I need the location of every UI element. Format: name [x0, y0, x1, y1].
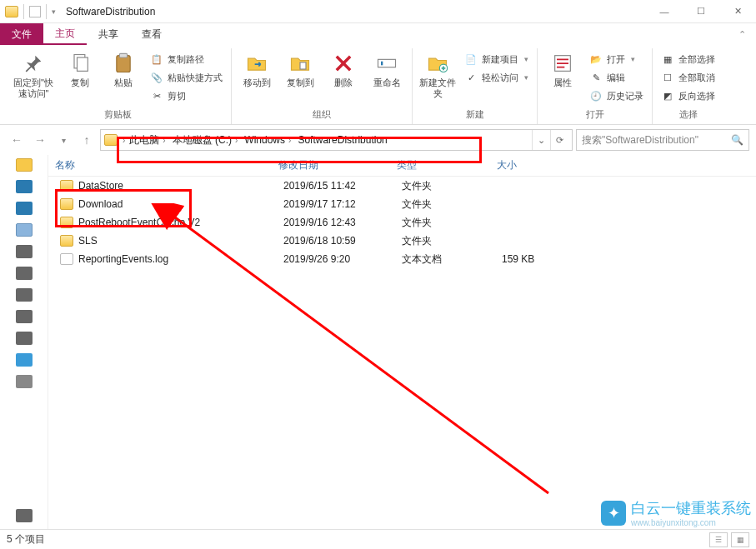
delete-icon	[332, 52, 355, 75]
column-type[interactable]: 类型	[390, 158, 490, 172]
svg-rect-1	[78, 57, 88, 71]
breadcrumb-segment[interactable]: 此电脑›	[127, 133, 168, 147]
recent-locations-button[interactable]: ▾	[53, 130, 73, 150]
window-title: SoftwareDistribution	[66, 6, 155, 17]
new-item-button[interactable]: 📄新建项目▾	[461, 50, 532, 68]
back-button[interactable]: ←	[7, 130, 27, 150]
edit-button[interactable]: ✎编辑	[586, 68, 647, 87]
nav-drive-icon[interactable]	[16, 509, 33, 522]
forward-button[interactable]: →	[30, 130, 50, 150]
cut-button[interactable]: ✂剪切	[147, 87, 226, 105]
properties-button[interactable]: 属性	[543, 48, 583, 92]
copy-path-button[interactable]: 📋复制路径	[147, 50, 226, 68]
pin-icon	[22, 52, 45, 75]
ribbon-tabs: 文件 主页 共享 查看 ⌃	[0, 23, 756, 45]
nav-this-pc-icon[interactable]	[16, 223, 33, 237]
up-button[interactable]: ↑	[77, 130, 97, 150]
quick-access-toolbar: ▾	[0, 4, 61, 19]
cut-icon: ✂	[150, 89, 163, 102]
select-none-button[interactable]: ☐全部取消	[658, 68, 718, 87]
invert-selection-button[interactable]: ◩反向选择	[658, 87, 718, 105]
open-button[interactable]: 📂打开▾	[586, 50, 647, 68]
file-row[interactable]: SLS2019/6/18 10:59文件夹	[48, 232, 756, 250]
copy-to-button[interactable]: 复制到	[280, 48, 320, 92]
file-name: PostRebootEventCache.V2	[78, 217, 277, 228]
rename-button[interactable]: 重命名	[367, 48, 407, 92]
easy-access-button[interactable]: ✓轻松访问▾	[461, 68, 532, 87]
nav-drive-icon[interactable]	[16, 332, 33, 345]
close-button[interactable]: ✕	[719, 0, 756, 23]
delete-button[interactable]: 删除	[323, 48, 363, 92]
tab-file[interactable]: 文件	[0, 23, 43, 45]
navigation-bar: ← → ▾ ↑ › 此电脑› 本地磁盘 (C:)› Windows› Softw…	[0, 125, 756, 155]
nav-drive-icon[interactable]	[16, 310, 33, 323]
view-details-button[interactable]: ☰	[709, 532, 728, 547]
group-label: 组织	[237, 107, 407, 124]
file-type: 文件夹	[395, 216, 495, 230]
folder-icon	[60, 235, 73, 247]
select-all-button[interactable]: ▦全部选择	[658, 50, 718, 68]
window-controls: — ☐ ✕	[646, 0, 756, 23]
group-label: 选择	[658, 107, 718, 124]
app-icon[interactable]	[5, 6, 18, 17]
file-row[interactable]: DataStore2019/6/15 11:42文件夹	[48, 177, 756, 195]
nav-onedrive-icon[interactable]	[16, 180, 33, 193]
ribbon-group-new: 新建文件夹 📄新建项目▾ ✓轻松访问▾ 新建	[413, 48, 538, 124]
nav-cloud-icon[interactable]	[16, 202, 33, 215]
paste-shortcut-button[interactable]: 📎粘贴快捷方式	[147, 68, 226, 87]
breadcrumb-segment[interactable]: Windows›	[242, 134, 293, 146]
file-list-area: 名称 修改日期 类型 大小 DataStore2019/6/15 11:42文件…	[48, 155, 756, 529]
history-icon: 🕘	[589, 89, 603, 102]
qat-button[interactable]	[29, 6, 41, 17]
nav-network-icon[interactable]	[16, 353, 33, 367]
breadcrumb-segment[interactable]: SoftwareDistribution	[295, 134, 389, 146]
nav-quick-access-icon[interactable]	[16, 158, 33, 172]
svg-rect-3	[119, 53, 127, 57]
file-row[interactable]: PostRebootEventCache.V22019/9/16 12:43文件…	[48, 213, 756, 232]
breadcrumb-segment[interactable]: 本地磁盘 (C:)›	[170, 133, 241, 147]
file-date: 2019/6/15 11:42	[277, 180, 395, 192]
column-date[interactable]: 修改日期	[272, 158, 390, 172]
column-name[interactable]: 名称	[48, 158, 272, 172]
ribbon-collapse-icon[interactable]: ⌃	[728, 23, 756, 45]
nav-item-icon[interactable]	[16, 375, 33, 388]
file-row[interactable]: ReportingEvents.log2019/9/26 9:20文本文档159…	[48, 250, 756, 268]
tab-share[interactable]: 共享	[87, 23, 130, 45]
search-input[interactable]: 搜索"SoftwareDistribution" 🔍	[576, 129, 749, 151]
minimize-button[interactable]: —	[646, 0, 683, 23]
folder-icon	[60, 180, 73, 192]
rename-icon	[375, 52, 398, 75]
file-type: 文件夹	[395, 179, 495, 193]
new-folder-button[interactable]: 新建文件夹	[418, 48, 458, 102]
select-all-icon: ▦	[661, 52, 674, 66]
nav-drive-icon[interactable]	[16, 267, 33, 280]
address-dropdown-icon[interactable]: ⌄	[532, 130, 550, 150]
maximize-button[interactable]: ☐	[683, 0, 719, 23]
file-row[interactable]: Download2019/9/17 17:12文件夹	[48, 195, 756, 213]
file-type: 文件夹	[395, 234, 495, 248]
refresh-button[interactable]: ⟳	[550, 130, 568, 150]
column-size[interactable]: 大小	[490, 158, 573, 172]
qat-dropdown-icon[interactable]: ▾	[52, 7, 56, 16]
view-icons-button[interactable]: ▦	[731, 532, 749, 547]
nav-drive-icon[interactable]	[16, 288, 33, 302]
paste-button[interactable]: 粘贴	[103, 48, 143, 92]
navigation-pane[interactable]	[0, 155, 48, 529]
nav-drive-icon[interactable]	[16, 245, 33, 258]
address-bar[interactable]: › 此电脑› 本地磁盘 (C:)› Windows› SoftwareDistr…	[100, 129, 573, 151]
group-label: 新建	[418, 107, 532, 124]
copy-button[interactable]: 复制	[60, 48, 100, 92]
ribbon-group-open: 属性 📂打开▾ ✎编辑 🕘历史记录 打开	[538, 48, 653, 124]
copy-icon	[68, 52, 92, 75]
move-to-button[interactable]: 移动到	[237, 48, 277, 92]
status-bar: 5 个项目 ☰ ▦	[0, 529, 756, 549]
watermark-logo-icon: ✦	[601, 501, 626, 526]
history-button[interactable]: 🕘历史记录	[586, 87, 647, 105]
tab-home[interactable]: 主页	[43, 23, 87, 45]
move-icon	[245, 52, 268, 75]
file-name: SLS	[78, 235, 277, 247]
tab-view[interactable]: 查看	[130, 23, 173, 45]
file-size: 159 KB	[495, 253, 578, 265]
pin-to-quick-access-button[interactable]: 固定到"快速访问"	[10, 48, 57, 102]
file-name: Download	[78, 198, 277, 210]
